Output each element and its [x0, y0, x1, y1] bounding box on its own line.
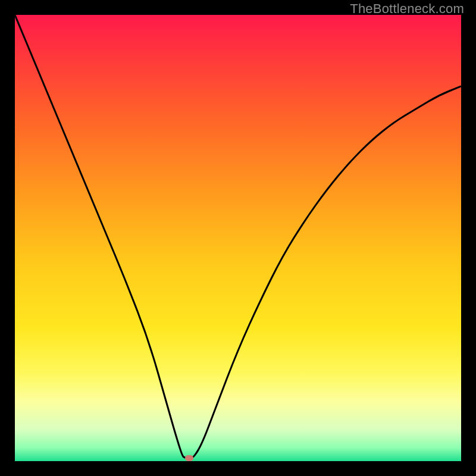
optimum-marker	[185, 455, 193, 461]
chart-frame: TheBottleneck.com	[0, 0, 476, 476]
plot-area	[15, 15, 461, 461]
chart-svg	[15, 15, 461, 461]
gradient-background	[15, 15, 461, 461]
